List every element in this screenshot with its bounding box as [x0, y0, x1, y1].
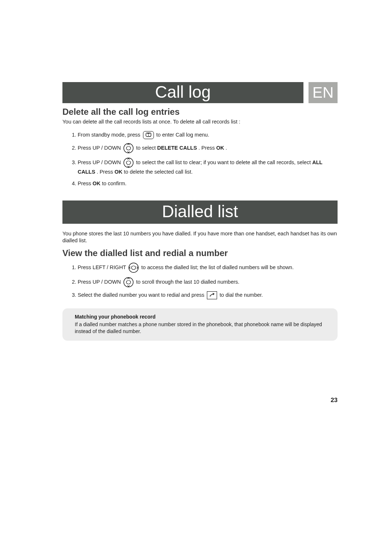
- page-number: 23: [331, 397, 338, 404]
- step3-text-a: Press UP / DOWN: [78, 159, 122, 165]
- step4-text-a: Press: [78, 181, 93, 186]
- section1-intro: You can delete all the call records list…: [62, 118, 338, 126]
- section1-steps: From standby mode, press to enter Call l…: [62, 129, 338, 190]
- step-3: Press UP / DOWN to select the call list …: [78, 155, 338, 178]
- header-row: Call log EN: [62, 82, 338, 103]
- svg-point-4: [124, 158, 133, 167]
- step3-ok: OK: [115, 169, 123, 175]
- s2step1-text-b: to access the dialled list; the list of …: [141, 264, 294, 270]
- svg-point-3: [126, 146, 131, 150]
- nav-updown-icon: [123, 157, 134, 168]
- step-1: From standby mode, press to enter Call l…: [78, 129, 338, 141]
- nav-leftright-icon: [128, 262, 139, 273]
- svg-point-8: [124, 278, 133, 287]
- section2-steps: Press LEFT / RIGHT to access the dialled…: [62, 260, 338, 301]
- manual-page: Call log EN Delete all the call log entr…: [0, 0, 392, 555]
- step2-text-a: Press UP / DOWN: [78, 145, 122, 151]
- call-log-key-icon: [143, 131, 154, 139]
- s2-step-1: Press LEFT / RIGHT to access the dialled…: [78, 260, 338, 275]
- s2step1-text-a: Press LEFT / RIGHT: [78, 264, 127, 270]
- svg-point-2: [124, 143, 133, 153]
- nav-updown-icon: [123, 277, 134, 288]
- section-heading-view-dialled: View the dialled list and redial a numbe…: [62, 248, 338, 258]
- language-badge: EN: [309, 82, 338, 103]
- step3-text-b: to select the call list to clear; if you…: [136, 159, 312, 165]
- s2-step-2: Press UP / DOWN to scroll through the la…: [78, 275, 338, 289]
- step2-text-b: to select: [136, 145, 157, 151]
- step-4: Press OK to confirm.: [78, 178, 338, 190]
- step3-text-d: to delete the selected call list.: [124, 169, 192, 175]
- svg-point-6: [129, 263, 138, 272]
- step2-text-d: .: [226, 145, 227, 151]
- step1-text-a: From standby mode, press: [78, 132, 142, 138]
- step4-text-b: to confirm.: [102, 181, 127, 186]
- step2-ok: OK: [216, 145, 224, 151]
- svg-point-10: [210, 296, 211, 296]
- svg-point-7: [131, 266, 136, 270]
- step4-ok: OK: [93, 181, 101, 186]
- svg-point-9: [126, 280, 131, 284]
- s2step3-text-b: to dial the number.: [220, 292, 263, 298]
- section-heading-delete: Delete all the call log entries: [62, 107, 338, 117]
- note-title: Matching your phonebook record: [75, 313, 330, 320]
- section2-intro: You phone stores the last 10 numbers you…: [62, 230, 338, 244]
- nav-updown-icon: [123, 143, 134, 154]
- svg-point-5: [126, 161, 131, 165]
- note-box: Matching your phonebook record If a dial…: [62, 308, 338, 341]
- page-title-bar: Call log: [62, 82, 303, 103]
- section-bar-dialled: Dialled list: [62, 200, 338, 224]
- step1-text-b: to enter Call log menu.: [156, 132, 209, 138]
- note-body: If a dialled number matches a phone numb…: [75, 321, 322, 334]
- step2-bold: DELETE CALLS: [157, 145, 197, 151]
- s2step3-text-a: Select the dialled number you want to re…: [78, 292, 206, 298]
- step3-text-c: . Press: [97, 169, 114, 175]
- dial-key-icon: [207, 291, 217, 300]
- step2-text-c: . Press: [199, 145, 216, 151]
- s2step2-text-b: to scroll through the last 10 dialled nu…: [136, 279, 240, 285]
- s2step2-text-a: Press UP / DOWN: [78, 279, 122, 285]
- step-2: Press UP / DOWN to select DELETE CALLS .…: [78, 141, 338, 155]
- s2-step-3: Select the dialled number you want to re…: [78, 289, 338, 301]
